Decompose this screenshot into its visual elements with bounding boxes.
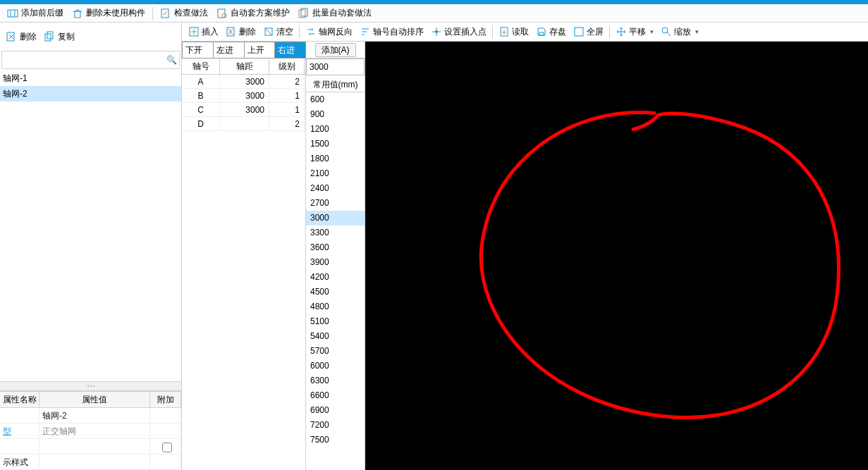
batch-auto-button[interactable]: 批量自动套做法 bbox=[294, 5, 376, 22]
value-item[interactable]: 5700 bbox=[306, 344, 365, 359]
read-button[interactable]: 读取 bbox=[495, 23, 532, 41]
reverse-grid-button[interactable]: 轴网反向 bbox=[302, 23, 356, 41]
fullscreen-icon bbox=[573, 26, 585, 37]
label: 批量自动套做法 bbox=[312, 7, 372, 19]
svg-line-34 bbox=[667, 32, 671, 36]
label: 存盘 bbox=[549, 26, 566, 38]
svg-line-23 bbox=[265, 28, 272, 35]
separator bbox=[152, 7, 153, 20]
property-row[interactable]: 示样式 bbox=[0, 454, 181, 470]
check-icon bbox=[160, 8, 171, 19]
clear-button[interactable]: 清空 bbox=[259, 23, 297, 41]
label: 插入 bbox=[202, 26, 219, 38]
value-item[interactable]: 6300 bbox=[306, 373, 365, 388]
grid-row[interactable]: B30001 bbox=[182, 89, 305, 103]
value-item[interactable]: 3000 bbox=[306, 211, 365, 225]
value-item[interactable]: 1500 bbox=[306, 137, 365, 151]
property-row[interactable] bbox=[0, 439, 181, 454]
annotation-layer bbox=[365, 42, 868, 470]
value-item[interactable]: 7200 bbox=[306, 418, 365, 433]
label: 检查做法 bbox=[174, 7, 208, 19]
insert-icon bbox=[188, 26, 200, 37]
delete-icon bbox=[6, 31, 17, 42]
tree-item[interactable]: 轴网-1 bbox=[0, 70, 181, 86]
value-item[interactable]: 2700 bbox=[306, 196, 365, 211]
value-input[interactable] bbox=[306, 58, 365, 75]
value-column: 添加(A) 常用值(mm) 60090012001500180021002400… bbox=[306, 42, 365, 470]
zoom-dropdown[interactable]: 缩放 bbox=[657, 23, 702, 41]
property-header: 属性名称 属性值 附加 bbox=[0, 392, 181, 408]
col-extra: 附加 bbox=[150, 392, 181, 407]
search-icon[interactable]: 🔍 bbox=[164, 55, 179, 65]
value-item[interactable]: 3300 bbox=[306, 225, 365, 240]
separator bbox=[299, 25, 300, 38]
checkbox[interactable] bbox=[162, 443, 172, 452]
label: 清空 bbox=[276, 26, 293, 38]
value-item[interactable]: 5400 bbox=[306, 329, 365, 344]
tab[interactable]: 下开间 bbox=[182, 42, 214, 58]
trash-icon bbox=[72, 8, 83, 19]
value-item[interactable]: 1800 bbox=[306, 151, 365, 166]
drawing-canvas[interactable] bbox=[365, 42, 868, 470]
value-item[interactable]: 3600 bbox=[306, 240, 365, 255]
value-item[interactable]: 3900 bbox=[306, 255, 365, 270]
label: 删除 bbox=[239, 26, 256, 38]
tab[interactable]: 右进深 bbox=[274, 42, 306, 58]
insert-button[interactable]: 插入 bbox=[185, 23, 222, 41]
tree-item[interactable]: 轴网-2 bbox=[0, 86, 181, 101]
svg-rect-14 bbox=[45, 34, 51, 41]
property-row[interactable]: 型正交轴网 bbox=[0, 423, 181, 439]
value-item[interactable]: 600 bbox=[306, 92, 365, 107]
tab[interactable]: 上开间 bbox=[244, 42, 276, 58]
search-input[interactable] bbox=[2, 52, 164, 68]
value-item[interactable]: 4500 bbox=[306, 285, 365, 299]
check-method-button[interactable]: 检查做法 bbox=[156, 5, 212, 22]
fullscreen-button[interactable]: 全屏 bbox=[570, 23, 607, 41]
clear-icon bbox=[263, 26, 274, 37]
grid-row[interactable]: A30002 bbox=[182, 75, 305, 89]
value-item[interactable]: 1200 bbox=[306, 122, 365, 137]
delete-unused-button[interactable]: 删除未使用构件 bbox=[68, 5, 149, 22]
value-item[interactable]: 6000 bbox=[306, 359, 365, 373]
pan-dropdown[interactable]: 平移 bbox=[612, 23, 657, 41]
save-button[interactable]: 存盘 bbox=[532, 23, 570, 41]
main-toolbar: 添加前后缀 删除未使用构件 检查做法 自动套方案维护 批量自动套做法 bbox=[0, 4, 868, 23]
auto-scheme-button[interactable]: 自动套方案维护 bbox=[212, 5, 294, 22]
set-insert-point-button[interactable]: 设置插入点 bbox=[427, 23, 490, 41]
tree: 轴网-1轴网-2 bbox=[0, 70, 181, 381]
property-grid: 属性名称 属性值 附加 轴网-2型正交轴网示样式 bbox=[0, 391, 181, 470]
property-row[interactable]: 轴网-2 bbox=[0, 408, 181, 423]
value-item[interactable]: 5100 bbox=[306, 314, 365, 329]
col-level: 级别 bbox=[269, 58, 305, 74]
canvas-pane bbox=[365, 42, 868, 470]
auto-sort-button[interactable]: 轴号自动排序 bbox=[356, 23, 427, 41]
grid-row[interactable]: C30001 bbox=[182, 103, 305, 117]
grid-header: 轴号 轴距 级别 bbox=[182, 58, 305, 75]
svg-rect-3 bbox=[75, 11, 80, 18]
scheme-icon bbox=[216, 8, 228, 19]
add-button[interactable]: 添加(A) bbox=[315, 43, 356, 57]
value-item[interactable]: 2400 bbox=[306, 181, 365, 196]
mid-pane: 下开间左进深上开间右进深 轴号 轴距 级别 A30002B30001C30001… bbox=[182, 42, 365, 470]
svg-rect-15 bbox=[47, 32, 53, 39]
copy-button[interactable]: 复制 bbox=[44, 31, 75, 43]
svg-point-8 bbox=[222, 13, 226, 18]
value-item[interactable]: 7500 bbox=[306, 433, 365, 447]
grid-row[interactable]: D2 bbox=[182, 117, 305, 131]
splitter[interactable]: ⋯ bbox=[0, 381, 181, 391]
value-item[interactable]: 4200 bbox=[306, 270, 365, 285]
delete-row-button[interactable]: 删除 bbox=[222, 23, 259, 41]
col-axis-no: 轴号 bbox=[182, 58, 220, 74]
value-item[interactable]: 4800 bbox=[306, 299, 365, 314]
canvas-toolbar: 插入 删除 清空 轴网反向 轴号自动排序 设置插入点 bbox=[182, 23, 868, 42]
value-item[interactable]: 2100 bbox=[306, 166, 365, 181]
point-icon bbox=[431, 26, 442, 37]
value-item[interactable]: 6600 bbox=[306, 388, 365, 403]
add-prefix-suffix-button[interactable]: 添加前后缀 bbox=[3, 5, 68, 22]
value-item[interactable]: 900 bbox=[306, 107, 365, 122]
tab[interactable]: 左进深 bbox=[213, 42, 245, 58]
svg-rect-31 bbox=[539, 32, 544, 35]
delete-button[interactable]: 删除 bbox=[6, 31, 37, 43]
label: 设置插入点 bbox=[444, 26, 487, 38]
value-item[interactable]: 6900 bbox=[306, 403, 365, 418]
